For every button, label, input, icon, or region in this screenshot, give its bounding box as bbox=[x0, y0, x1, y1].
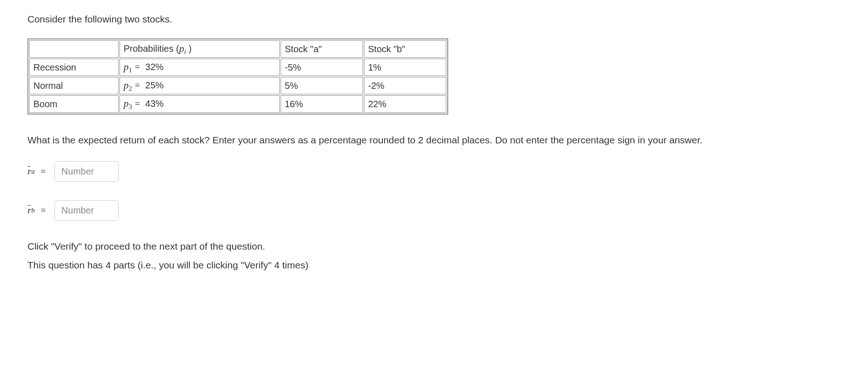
state-cell: Normal bbox=[29, 77, 119, 94]
footer-line-2: This question has 4 parts (i.e., you wil… bbox=[27, 258, 841, 273]
prob-cell: p3= 43% bbox=[119, 95, 280, 113]
table-row: Recession p1= 32% -5% 1% bbox=[29, 59, 446, 76]
rb-input[interactable] bbox=[54, 200, 119, 221]
table-row: Normal p2= 25% 5% -2% bbox=[29, 77, 446, 94]
header-probabilities: Probabilities (pi ) bbox=[119, 40, 280, 58]
stock-a-cell: 16% bbox=[281, 95, 363, 113]
stock-b-cell: 22% bbox=[364, 95, 446, 113]
stock-a-cell: 5% bbox=[281, 77, 363, 94]
ra-input[interactable] bbox=[54, 161, 119, 182]
header-stock-a: Stock "a" bbox=[281, 40, 363, 58]
prob-cell: p2= 25% bbox=[119, 77, 280, 94]
stock-a-cell: -5% bbox=[281, 59, 363, 76]
answer-ra-row: ra = bbox=[27, 161, 841, 182]
stock-b-cell: -2% bbox=[364, 77, 446, 94]
intro-text: Consider the following two stocks. bbox=[27, 14, 841, 25]
ra-label: ra = bbox=[27, 165, 49, 177]
table-row: Boom p3= 43% 16% 22% bbox=[29, 95, 446, 113]
footer-line-1: Click "Verify" to proceed to the next pa… bbox=[27, 239, 841, 254]
stocks-table: Probabilities (pi ) Stock "a" Stock "b" … bbox=[27, 38, 448, 115]
stock-b-cell: 1% bbox=[364, 59, 446, 76]
table-header-row: Probabilities (pi ) Stock "a" Stock "b" bbox=[29, 40, 446, 58]
question-text: What is the expected return of each stoc… bbox=[27, 133, 841, 147]
answer-rb-row: rb = bbox=[27, 200, 841, 221]
state-cell: Boom bbox=[29, 95, 119, 113]
prob-cell: p1= 32% bbox=[119, 59, 280, 76]
state-cell: Recession bbox=[29, 59, 119, 76]
header-state bbox=[29, 40, 119, 58]
rb-label: rb = bbox=[27, 204, 49, 216]
header-stock-b: Stock "b" bbox=[364, 40, 446, 58]
